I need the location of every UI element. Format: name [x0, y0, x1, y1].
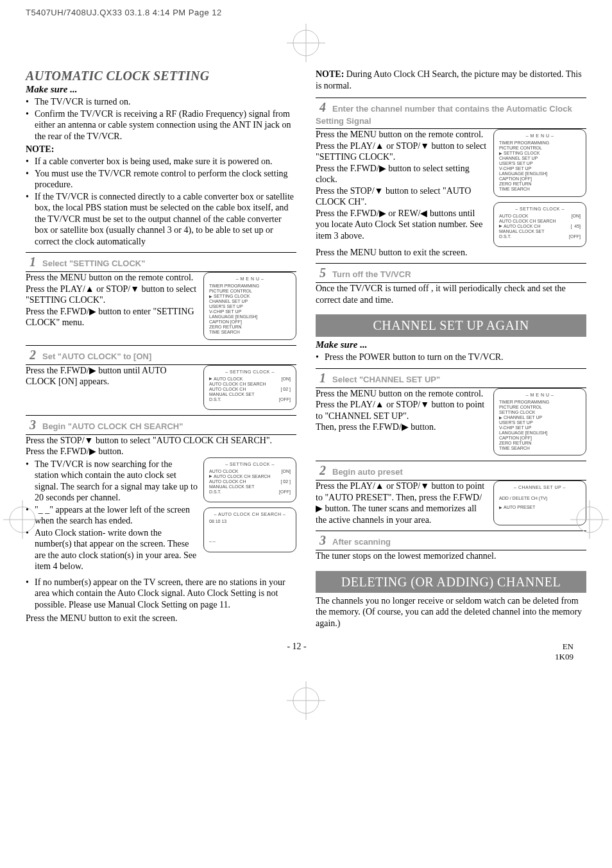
- cstep-3-body: The tuner stops on the lowest memorized …: [316, 550, 586, 562]
- osd-item: CAPTION [OFF]: [499, 436, 581, 441]
- crop-mark-right: [570, 500, 609, 541]
- step-2-header: 2 Set "AUTO CLOCK" to [ON]: [26, 345, 296, 365]
- osd-item: TIMER PROGRAMMING: [209, 284, 291, 289]
- osd-item: LANGUAGE [ENGLISH]: [499, 171, 581, 176]
- osd-item: ZERO RETURN: [209, 325, 291, 330]
- step-number: 3: [26, 418, 40, 432]
- step-3-body2: Press the F.FWD/▶ button.: [26, 446, 296, 457]
- step-label: Begin auto preset: [332, 467, 403, 477]
- step-number: 5: [316, 266, 330, 280]
- osd-item: LANGUAGE [ENGLISH]: [209, 314, 291, 319]
- make-sure-heading: Make sure ...: [26, 84, 296, 95]
- osd-item: MANUAL CLOCK SET: [209, 484, 291, 489]
- step-label: After scanning: [332, 537, 391, 547]
- section-title-auto-clock: AUTOMATIC CLOCK SETTING: [26, 69, 296, 83]
- step-3-bullets-cont: If no number(s) appear on the TV screen,…: [26, 577, 296, 611]
- osd-item: D.S.T.[OFF]: [209, 489, 291, 495]
- osd-item: LANGUAGE [ENGLISH]: [499, 430, 581, 436]
- osd-setting-clock-panel: – SETTING CLOCK – AUTO CLOCK[ON] AUTO CL…: [203, 365, 296, 410]
- osd-title: – SETTING CLOCK –: [499, 207, 581, 212]
- osd-item: TIMER PROGRAMMING: [499, 140, 581, 146]
- osd-item: PICTURE CONTROL: [499, 146, 581, 151]
- makesure-list: The TV/VCR is turned on. Confirm the TV/…: [26, 96, 296, 142]
- list-item: The TV/VCR is turned on.: [26, 96, 296, 108]
- cstep-2-body: Press the PLAY/▲ or STOP/▼ button to poi…: [316, 481, 488, 525]
- osd-item: V-CHIP SET UP: [499, 425, 581, 430]
- osd-item-selected: SETTING CLOCK: [209, 294, 291, 299]
- osd-setting-clock-panel-2: – SETTING CLOCK – AUTO CLOCK[ON] AUTO CL…: [203, 457, 296, 502]
- osd-item: TIMER PROGRAMMING: [499, 400, 581, 405]
- cstep-1-body: Press the MENU button on the remote cont…: [316, 388, 488, 433]
- osd-item-selected: CHANNEL SET UP: [499, 415, 581, 420]
- step-label: Select "CHANNEL SET UP": [332, 375, 440, 384]
- osd-item: USER'S SET UP: [499, 161, 581, 166]
- osd-title: – CHANNEL SET UP –: [499, 485, 581, 490]
- cstep-2-header: 2 Begin auto preset: [316, 461, 586, 481]
- step-1-body: Press the MENU button on the remote cont…: [26, 272, 198, 328]
- step-2-body: Press the F.FWD/▶ button until AUTO CLOC…: [26, 365, 198, 387]
- make-sure-heading-2: Make sure ...: [316, 339, 586, 350]
- osd-item: CHANNEL SET UP: [209, 299, 291, 304]
- step-5-header: 5 Turn off the TV/VCR: [316, 263, 586, 283]
- list-item: You must use the TV/VCR remote control t…: [26, 168, 296, 191]
- osd-item: ZERO RETURN: [499, 182, 581, 187]
- osd-setting-clock-panel-3: – SETTING CLOCK – AUTO CLOCK[ON] AUTO CL…: [493, 202, 586, 247]
- note-heading: NOTE:: [26, 144, 296, 155]
- osd-item: MANUAL CLOCK SET: [209, 392, 291, 397]
- step-number: 2: [26, 348, 40, 362]
- osd-item: TIME SEARCH: [499, 446, 581, 451]
- osd-item: PICTURE CONTROL: [499, 405, 581, 410]
- osd-title: – M E N U –: [209, 277, 291, 282]
- osd-menu-panel-2: – M E N U – TIMER PROGRAMMING PICTURE CO…: [493, 129, 586, 197]
- list-item: If a cable converter box is being used, …: [26, 156, 296, 167]
- step-4-body: Press the MENU button on the remote cont…: [316, 129, 488, 241]
- osd-item: V-CHIP SET UP: [499, 166, 581, 171]
- step-3-body1: Press the STOP/▼ button to select "AUTO …: [26, 435, 296, 447]
- list-item: Confirm the TV/VCR is receiving a RF (Ra…: [26, 108, 296, 142]
- osd-item: ZERO RETURN: [499, 441, 581, 446]
- feature-box-deleting: DELETING (OR ADDING) CHANNEL: [316, 571, 586, 593]
- step-3-header: 3 Begin "AUTO CLOCK CH SEARCH": [26, 415, 296, 435]
- crop-mark-left: [3, 500, 42, 541]
- makesure2-list: Press the POWER button to turn on the TV…: [316, 352, 586, 363]
- list-item: "_ _" appears at the lower left of the s…: [26, 504, 198, 527]
- note-list: If a cable converter box is being used, …: [26, 156, 296, 247]
- osd-item: CAPTION [OFF]: [499, 176, 581, 182]
- feature-box-channel-setup: CHANNEL SET UP AGAIN: [316, 314, 586, 337]
- step-3-tail: Press the MENU button to exit the screen…: [26, 613, 296, 624]
- step-label: Begin "AUTO CLOCK CH SEARCH": [42, 421, 183, 431]
- right-note: NOTE: During Auto Clock CH Search, the p…: [316, 69, 586, 91]
- step-4-header: 4 Enter the channel number that contains…: [316, 98, 586, 129]
- step-label: Set "AUTO CLOCK" to [ON]: [42, 352, 151, 361]
- osd-item: V-CHIP SET UP: [209, 309, 291, 314]
- page-number: - 12 -: [287, 642, 306, 662]
- osd-item-selected: AUTO CLOCK CH[ 45]: [499, 224, 581, 229]
- osd-item: SETTING CLOCK: [499, 410, 581, 415]
- osd-item-selected: AUTO PRESET: [499, 505, 581, 510]
- osd-auto-clock-search-panel: – AUTO CLOCK CH SEARCH – 08 10 13 _ _: [203, 507, 296, 552]
- osd-title: – M E N U –: [499, 133, 581, 139]
- osd-menu-panel-3: – M E N U – TIMER PROGRAMMING PICTURE CO…: [493, 388, 586, 456]
- osd-item-selected: AUTO CLOCK CH SEARCH: [209, 474, 291, 479]
- osd-item: USER'S SET UP: [499, 420, 581, 425]
- osd-item: AUTO CLOCK CH[ 02 ]: [209, 387, 291, 392]
- pdf-header: T5407UH/7408UJ.QX33 03.1.8 4:14 PM Page …: [26, 8, 586, 17]
- osd-item: D.S.T.[OFF]: [209, 397, 291, 402]
- step-4-tail: Press the MENU button to exit the screen…: [316, 247, 586, 259]
- page-footer: - 12 - EN1K09: [26, 642, 586, 662]
- osd-item: _ _: [209, 537, 291, 542]
- step-number: 4: [316, 100, 330, 115]
- osd-item-selected: SETTING CLOCK: [499, 151, 581, 156]
- osd-item: AUTO CLOCK CH SEARCH: [209, 382, 291, 387]
- list-item: The TV/VCR is now searching for the stat…: [26, 459, 198, 504]
- osd-item-selected: AUTO CLOCK[ON]: [209, 377, 291, 382]
- osd-title: – SETTING CLOCK –: [209, 462, 291, 467]
- osd-item: CHANNEL SET UP: [499, 156, 581, 161]
- list-item: Auto Clock station- write down the numbe…: [26, 527, 198, 572]
- osd-item: PICTURE CONTROL: [209, 289, 291, 294]
- list-item: Press the POWER button to turn on the TV…: [316, 352, 586, 363]
- osd-item: ADD / DELETE CH (TV): [499, 496, 581, 501]
- osd-item: TIME SEARCH: [499, 187, 581, 192]
- osd-title: – SETTING CLOCK –: [209, 370, 291, 375]
- osd-menu-panel: – M E N U – TIMER PROGRAMMING PICTURE CO…: [203, 272, 296, 340]
